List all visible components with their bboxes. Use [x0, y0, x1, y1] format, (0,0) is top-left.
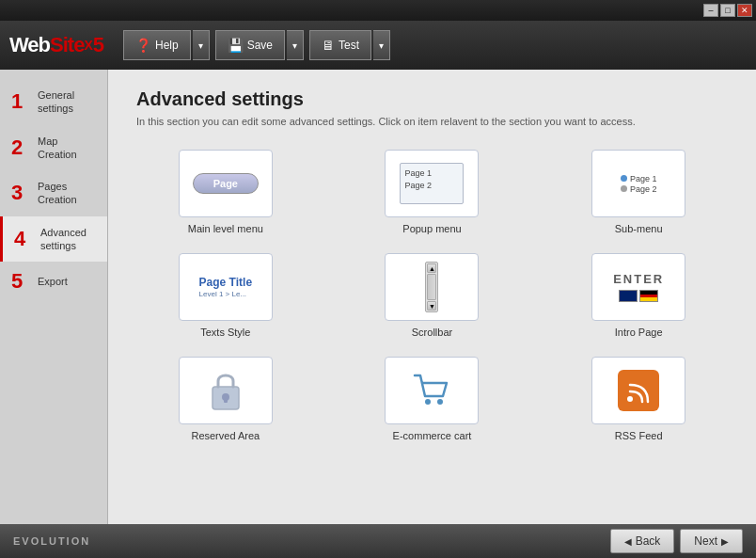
ecommerce-icon: [385, 357, 479, 424]
ecommerce-visual: [407, 366, 456, 415]
sidebar-item-map[interactable]: 2 MapCreation: [0, 125, 107, 171]
rss-svg: [625, 377, 652, 404]
rss-visual: [618, 370, 659, 411]
sidebar-number-4: 4: [14, 229, 33, 249]
de-flag: [639, 290, 658, 302]
sidebar-number-1: 1: [11, 91, 30, 112]
next-label: Next: [694, 534, 717, 548]
popup-menu-label: Popup menu: [402, 223, 461, 234]
sidebar-item-export[interactable]: 5 Export: [0, 262, 107, 301]
ecommerce-label: E-commerce cart: [393, 430, 472, 441]
sidebar-item-advanced[interactable]: 4 Advancedsettings: [0, 216, 107, 263]
minimize-button[interactable]: –: [703, 4, 718, 17]
flags-container: [613, 290, 664, 302]
main-menu-visual: Page: [193, 173, 259, 194]
reserved-area-visual: [205, 366, 246, 415]
save-icon: 💾: [228, 38, 244, 53]
test-label: Test: [339, 39, 359, 52]
nav-buttons: ◀ Back Next ▶: [610, 529, 743, 553]
rss-circle: [618, 370, 659, 411]
sidebar-number-5: 5: [11, 271, 30, 292]
logo: WebSite X 5: [9, 33, 104, 57]
test-button[interactable]: 🖥 Test: [309, 30, 371, 60]
back-arrow-icon: ◀: [624, 536, 632, 547]
uk-flag: [619, 290, 638, 302]
grid-item-rss[interactable]: RSS Feed: [549, 357, 728, 441]
titlebar: – □ ✕: [0, 0, 756, 21]
submenu-line2: Page 2: [621, 184, 657, 194]
intro-page-label: Intro Page: [615, 327, 663, 338]
maximize-button[interactable]: □: [720, 4, 735, 17]
reserved-area-label: Reserved Area: [191, 430, 260, 441]
next-button[interactable]: Next ▶: [680, 529, 743, 553]
popup-menu-visual: Page 1 Page 2: [394, 157, 469, 210]
sidebar-label-3: PagesCreation: [38, 180, 77, 207]
scroll-thumb: [427, 274, 436, 300]
svg-point-3: [425, 399, 431, 405]
close-button[interactable]: ✕: [737, 4, 752, 17]
rss-icon: [591, 357, 685, 424]
sidebar-label-4: Advancedsettings: [40, 226, 87, 253]
save-label: Save: [247, 39, 273, 52]
popup-page2: Page 2: [404, 180, 432, 192]
help-icon: ❓: [135, 38, 151, 53]
texts-style-visual: Page Title Level 1 > Le...: [192, 270, 260, 304]
intro-page-visual: Enter: [607, 266, 669, 308]
intro-page-icon: Enter: [591, 253, 685, 321]
grid-item-reserved-area[interactable]: Reserved Area: [136, 357, 315, 441]
lock-svg: [205, 366, 246, 415]
scroll-down-arrow: ▼: [427, 301, 436, 311]
next-arrow-icon: ▶: [721, 536, 729, 547]
page-description: In this section you can edit some advanc…: [136, 116, 728, 127]
sidebar-item-pages[interactable]: 3 PagesCreation: [0, 170, 107, 216]
svg-rect-2: [224, 397, 228, 403]
texts-style-label: Texts Style: [200, 327, 250, 338]
main-layout: 1 Generalsettings 2 MapCreation 3 PagesC…: [0, 70, 756, 524]
grid-item-texts-style[interactable]: Page Title Level 1 > Le... Texts Style: [136, 253, 315, 338]
grid-item-submenu[interactable]: Page 1 Page 2 Sub-menu: [549, 150, 728, 234]
level-sample: Level 1 > Le...: [199, 290, 252, 298]
grid-item-main-menu[interactable]: Page Main level menu: [136, 150, 315, 234]
main-menu-label: Main level menu: [188, 223, 263, 234]
submenu-visual: Page 1 Page 2: [613, 168, 665, 199]
bottombar: EVOLUTION ◀ Back Next ▶: [0, 524, 756, 558]
scrollbar-visual: ▲ ▼: [419, 256, 444, 318]
page-title-sample: Page Title: [199, 276, 252, 289]
grid-item-intro-page[interactable]: Enter Intro Page: [549, 253, 728, 338]
popup-page1: Page 1: [404, 167, 432, 180]
logo-x: X: [84, 38, 92, 53]
sidebar: 1 Generalsettings 2 MapCreation 3 PagesC…: [0, 70, 108, 524]
sidebar-item-general[interactable]: 1 Generalsettings: [0, 79, 107, 125]
sidebar-label-5: Export: [38, 275, 68, 288]
popup-menu-icon: Page 1 Page 2: [385, 150, 479, 217]
save-button[interactable]: 💾 Save: [215, 30, 285, 60]
submenu-page2-label: Page 2: [630, 184, 657, 194]
scrollbar-track: ▲ ▼: [425, 262, 438, 312]
cart-svg: [407, 366, 456, 415]
help-dropdown[interactable]: ▾: [193, 30, 210, 60]
header: WebSite X 5 ❓ Help ▾ 💾 Save ▾ 🖥 Test ▾: [0, 21, 756, 70]
sidebar-label-2: MapCreation: [38, 135, 77, 162]
svg-point-4: [437, 399, 443, 405]
sidebar-number-3: 3: [11, 183, 30, 203]
grid-item-ecommerce[interactable]: E-commerce cart: [343, 357, 522, 441]
grid-item-popup-menu[interactable]: Page 1 Page 2 Popup menu: [343, 150, 522, 234]
popup-box: Page 1 Page 2: [400, 163, 464, 204]
sidebar-label-1: Generalsettings: [38, 88, 74, 116]
logo-5: 5: [93, 33, 104, 57]
test-dropdown[interactable]: ▾: [373, 30, 390, 60]
help-button[interactable]: ❓ Help: [123, 30, 191, 60]
window-controls: – □ ✕: [703, 4, 752, 17]
dot-gray: [621, 185, 627, 192]
scroll-up-arrow: ▲: [427, 263, 436, 273]
submenu-page1-label: Page 1: [630, 174, 657, 183]
main-menu-icon: Page: [179, 150, 273, 217]
scrollbar-icon: ▲ ▼: [385, 253, 479, 321]
save-dropdown[interactable]: ▾: [287, 30, 304, 60]
rss-label: RSS Feed: [615, 430, 663, 441]
page-title: Advanced settings: [136, 88, 728, 110]
back-button[interactable]: ◀ Back: [610, 529, 675, 553]
submenu-icon: Page 1 Page 2: [591, 150, 685, 217]
grid-item-scrollbar[interactable]: ▲ ▼ Scrollbar: [343, 253, 522, 338]
content-area: Advanced settings In this section you ca…: [108, 70, 756, 524]
